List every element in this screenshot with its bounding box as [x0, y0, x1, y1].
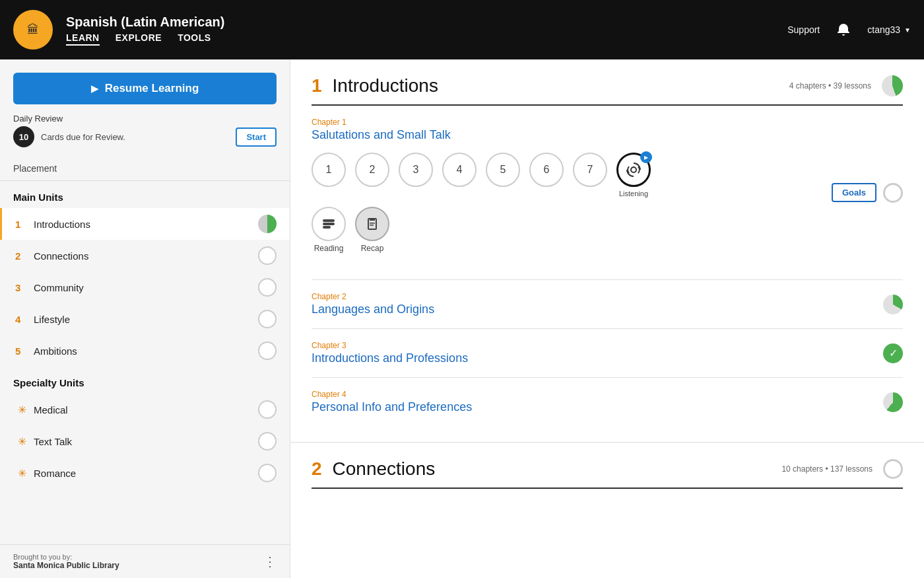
chapter-1-title[interactable]: Salutations and Small Talk: [312, 128, 832, 142]
sidebar-item-texttalk[interactable]: ✳ Text Talk: [0, 425, 290, 457]
chapter-1-label: Chapter 1: [312, 118, 832, 127]
nav-learn[interactable]: LEARN: [66, 32, 100, 46]
start-review-button[interactable]: Start: [236, 127, 277, 147]
lesson-1[interactable]: 1: [312, 153, 346, 187]
footer-org: Santa Monica Public Library: [13, 561, 119, 570]
chapter-3-progress-wrap: ✓: [883, 343, 903, 363]
reading-circle[interactable]: [312, 207, 346, 241]
chapter-1-progress: [883, 183, 903, 203]
main-layout: ▶ Resume Learning Daily Review 10 Cards …: [0, 59, 924, 578]
chapter-4-label: Chapter 4: [312, 390, 883, 399]
chapter-2-title[interactable]: Languages and Origins: [312, 303, 883, 316]
lesson-circles-row: 1 2 3 4 5 6 7 ▶: [312, 153, 832, 198]
support-link[interactable]: Support: [787, 24, 820, 35]
lessons-area: 1 2 3 4 5 6 7 ▶: [312, 142, 832, 268]
star-icon-romance: ✳: [15, 467, 28, 480]
unit-progress-1: [258, 215, 277, 233]
unit-num-5: 5: [15, 345, 28, 357]
unit-1-number: 1: [312, 75, 322, 96]
chapter-4-title[interactable]: Personal Info and Preferences: [312, 400, 883, 414]
chapter-4-progress: [883, 392, 903, 412]
nav-tools[interactable]: TOOLS: [178, 32, 211, 46]
sidebar-item-community[interactable]: 3 Community: [0, 271, 290, 303]
daily-review-label: Daily Review: [13, 114, 277, 124]
sidebar-scroll: Placement Main Units → 1 Introductions 2…: [0, 154, 290, 544]
username: ctang33: [867, 24, 900, 35]
nav-explore[interactable]: EXPLORE: [116, 32, 162, 46]
chapter-4-progress-wrap: [883, 392, 903, 412]
unit-progress-2: [258, 246, 277, 265]
chapter-3-title[interactable]: Introductions and Professions: [312, 351, 883, 365]
sidebar-item-medical[interactable]: ✳ Medical: [0, 394, 290, 425]
chapter-3-info: Chapter 3 Introductions and Professions: [312, 341, 883, 365]
specialty-units-title: Specialty Units: [0, 367, 290, 394]
listening-circle[interactable]: ▶: [616, 153, 651, 187]
review-row: 10 Cards due for Review. Start: [13, 126, 277, 147]
lesson-2[interactable]: 2: [355, 153, 389, 187]
cards-text: Cards due for Review.: [41, 132, 229, 142]
listening-col: ▶ Listening: [616, 153, 651, 198]
unit-progress-3: [258, 278, 277, 297]
sidebar-item-lifestyle[interactable]: 4 Lifestyle: [0, 303, 290, 335]
chapter-2-progress: [883, 295, 903, 314]
recap-circle[interactable]: [355, 207, 389, 241]
unit-1-info: 4 chapters • 39 lessons: [789, 81, 871, 90]
chapter-1-info: Chapter 1 Salutations and Small Talk 1 2…: [312, 118, 832, 268]
unit-2-header: 2 Connections 10 chapters • 137 lessons: [312, 458, 903, 489]
lesson-3[interactable]: 3: [399, 153, 433, 187]
unit-num-2: 2: [15, 250, 28, 262]
star-icon-texttalk: ✳: [15, 435, 28, 448]
logo-icon[interactable]: 🏛: [13, 10, 53, 50]
placement-row[interactable]: Placement: [0, 154, 290, 181]
chapter-2-row: Chapter 2 Languages and Origins: [312, 280, 903, 329]
unit-progress-romance: [258, 464, 277, 482]
reading-col: Reading: [312, 207, 346, 253]
lesson-extras-row: Reading: [312, 207, 832, 253]
lesson-7[interactable]: 7: [573, 153, 607, 187]
unit-num-4: 4: [15, 314, 28, 325]
lesson-4[interactable]: 4: [442, 153, 477, 187]
goals-button[interactable]: Goals: [832, 183, 876, 202]
sidebar-item-ambitions[interactable]: 5 Ambitions: [0, 335, 290, 367]
recap-label: Recap: [361, 244, 384, 253]
main-content: 1 Introductions 4 chapters • 39 lessons …: [290, 59, 924, 578]
user-menu[interactable]: ctang33 ▼: [867, 24, 911, 35]
main-units-title: Main Units: [0, 181, 290, 208]
chevron-down-icon: ▼: [904, 26, 911, 34]
cards-badge: 10: [13, 126, 34, 147]
svg-rect-7: [370, 223, 375, 224]
lesson-5[interactable]: 5: [486, 153, 520, 187]
header-right: Support ctang33 ▼: [787, 22, 911, 38]
unit-label-texttalk: Text Talk: [34, 436, 258, 447]
unit-2-section: 2 Connections 10 chapters • 137 lessons: [290, 442, 924, 505]
chapter-3-label: Chapter 3: [312, 341, 883, 350]
star-icon-medical: ✳: [15, 404, 28, 416]
unit-label-community: Community: [34, 282, 258, 293]
svg-rect-4: [323, 223, 334, 225]
unit-progress-texttalk: [258, 432, 277, 451]
reading-label: Reading: [314, 244, 344, 253]
svg-rect-3: [323, 220, 334, 221]
sidebar-footer: Brought to you by: Santa Monica Public L…: [0, 544, 290, 578]
lesson-6[interactable]: 6: [529, 153, 564, 187]
sidebar: ▶ Resume Learning Daily Review 10 Cards …: [0, 59, 290, 578]
svg-rect-5: [323, 227, 330, 228]
sidebar-item-connections[interactable]: 2 Connections: [0, 240, 290, 271]
unit-label-medical: Medical: [34, 404, 258, 415]
sidebar-item-introductions[interactable]: → 1 Introductions: [0, 208, 290, 240]
footer-brought: Brought to you by:: [13, 553, 72, 561]
bell-icon[interactable]: [836, 22, 851, 38]
resume-learning-button[interactable]: ▶ Resume Learning: [13, 73, 277, 104]
unit-2-progress-circle: [883, 459, 903, 479]
unit-2-title: Connections: [333, 458, 772, 480]
chapter-2-info: Chapter 2 Languages and Origins: [312, 292, 883, 316]
chapter-3-row: Chapter 3 Introductions and Professions …: [312, 329, 903, 378]
chapter-1-progress-wrap: Goals: [832, 183, 903, 203]
sidebar-item-romance[interactable]: ✳ Romance: [0, 457, 290, 489]
sidebar-top: ▶ Resume Learning Daily Review 10 Cards …: [0, 59, 290, 154]
daily-review: Daily Review 10 Cards due for Review. St…: [13, 114, 277, 147]
unit-label-romance: Romance: [34, 468, 258, 479]
unit-label-lifestyle: Lifestyle: [34, 314, 258, 325]
footer-more-button[interactable]: ⋮: [263, 554, 277, 569]
placement-label: Placement: [13, 163, 57, 174]
